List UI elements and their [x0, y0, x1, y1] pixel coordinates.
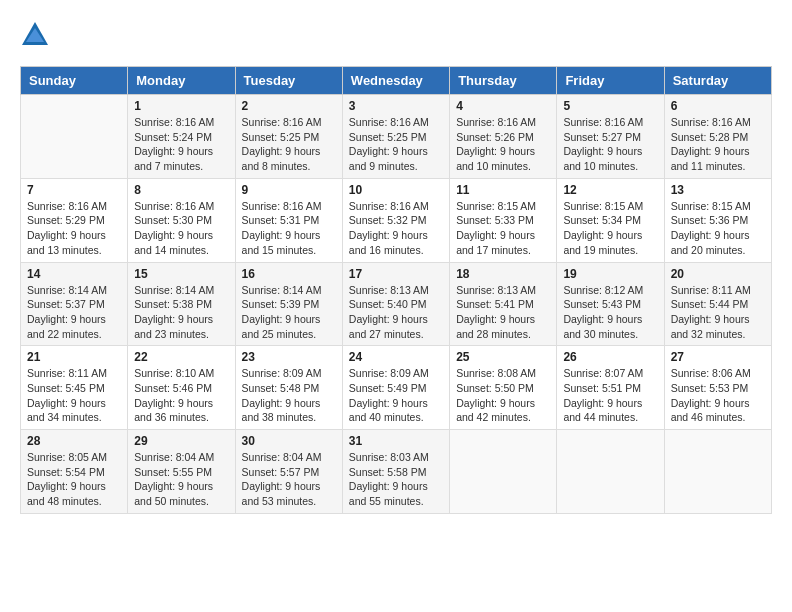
calendar-cell: 10Sunrise: 8:16 AMSunset: 5:32 PMDayligh…	[342, 178, 449, 262]
day-info: Sunrise: 8:11 AMSunset: 5:44 PMDaylight:…	[671, 283, 765, 342]
calendar-cell: 27Sunrise: 8:06 AMSunset: 5:53 PMDayligh…	[664, 346, 771, 430]
day-number: 6	[671, 99, 765, 113]
calendar-cell: 26Sunrise: 8:07 AMSunset: 5:51 PMDayligh…	[557, 346, 664, 430]
day-info: Sunrise: 8:08 AMSunset: 5:50 PMDaylight:…	[456, 366, 550, 425]
calendar-cell: 2Sunrise: 8:16 AMSunset: 5:25 PMDaylight…	[235, 95, 342, 179]
day-number: 27	[671, 350, 765, 364]
day-info: Sunrise: 8:16 AMSunset: 5:28 PMDaylight:…	[671, 115, 765, 174]
calendar-table: SundayMondayTuesdayWednesdayThursdayFrid…	[20, 66, 772, 514]
day-number: 4	[456, 99, 550, 113]
day-header-wednesday: Wednesday	[342, 67, 449, 95]
day-info: Sunrise: 8:14 AMSunset: 5:37 PMDaylight:…	[27, 283, 121, 342]
day-header-friday: Friday	[557, 67, 664, 95]
day-header-tuesday: Tuesday	[235, 67, 342, 95]
calendar-cell: 20Sunrise: 8:11 AMSunset: 5:44 PMDayligh…	[664, 262, 771, 346]
calendar-cell: 29Sunrise: 8:04 AMSunset: 5:55 PMDayligh…	[128, 430, 235, 514]
day-number: 7	[27, 183, 121, 197]
day-info: Sunrise: 8:06 AMSunset: 5:53 PMDaylight:…	[671, 366, 765, 425]
calendar-week-row: 21Sunrise: 8:11 AMSunset: 5:45 PMDayligh…	[21, 346, 772, 430]
day-info: Sunrise: 8:13 AMSunset: 5:40 PMDaylight:…	[349, 283, 443, 342]
day-number: 5	[563, 99, 657, 113]
calendar-cell	[21, 95, 128, 179]
day-info: Sunrise: 8:09 AMSunset: 5:48 PMDaylight:…	[242, 366, 336, 425]
calendar-cell: 11Sunrise: 8:15 AMSunset: 5:33 PMDayligh…	[450, 178, 557, 262]
calendar-cell: 1Sunrise: 8:16 AMSunset: 5:24 PMDaylight…	[128, 95, 235, 179]
day-info: Sunrise: 8:16 AMSunset: 5:30 PMDaylight:…	[134, 199, 228, 258]
calendar-cell: 12Sunrise: 8:15 AMSunset: 5:34 PMDayligh…	[557, 178, 664, 262]
day-info: Sunrise: 8:16 AMSunset: 5:31 PMDaylight:…	[242, 199, 336, 258]
calendar-cell: 14Sunrise: 8:14 AMSunset: 5:37 PMDayligh…	[21, 262, 128, 346]
calendar-header-row: SundayMondayTuesdayWednesdayThursdayFrid…	[21, 67, 772, 95]
calendar-cell: 15Sunrise: 8:14 AMSunset: 5:38 PMDayligh…	[128, 262, 235, 346]
day-info: Sunrise: 8:14 AMSunset: 5:38 PMDaylight:…	[134, 283, 228, 342]
calendar-week-row: 28Sunrise: 8:05 AMSunset: 5:54 PMDayligh…	[21, 430, 772, 514]
calendar-cell: 6Sunrise: 8:16 AMSunset: 5:28 PMDaylight…	[664, 95, 771, 179]
calendar-week-row: 1Sunrise: 8:16 AMSunset: 5:24 PMDaylight…	[21, 95, 772, 179]
day-number: 29	[134, 434, 228, 448]
day-number: 13	[671, 183, 765, 197]
day-number: 10	[349, 183, 443, 197]
logo	[20, 20, 54, 50]
day-info: Sunrise: 8:11 AMSunset: 5:45 PMDaylight:…	[27, 366, 121, 425]
day-number: 23	[242, 350, 336, 364]
day-info: Sunrise: 8:16 AMSunset: 5:27 PMDaylight:…	[563, 115, 657, 174]
page-header	[20, 20, 772, 50]
calendar-cell: 5Sunrise: 8:16 AMSunset: 5:27 PMDaylight…	[557, 95, 664, 179]
day-number: 18	[456, 267, 550, 281]
day-number: 11	[456, 183, 550, 197]
day-header-saturday: Saturday	[664, 67, 771, 95]
day-info: Sunrise: 8:12 AMSunset: 5:43 PMDaylight:…	[563, 283, 657, 342]
calendar-cell: 28Sunrise: 8:05 AMSunset: 5:54 PMDayligh…	[21, 430, 128, 514]
calendar-week-row: 14Sunrise: 8:14 AMSunset: 5:37 PMDayligh…	[21, 262, 772, 346]
calendar-cell: 22Sunrise: 8:10 AMSunset: 5:46 PMDayligh…	[128, 346, 235, 430]
day-header-thursday: Thursday	[450, 67, 557, 95]
day-info: Sunrise: 8:15 AMSunset: 5:33 PMDaylight:…	[456, 199, 550, 258]
calendar-cell: 16Sunrise: 8:14 AMSunset: 5:39 PMDayligh…	[235, 262, 342, 346]
calendar-cell: 4Sunrise: 8:16 AMSunset: 5:26 PMDaylight…	[450, 95, 557, 179]
day-info: Sunrise: 8:09 AMSunset: 5:49 PMDaylight:…	[349, 366, 443, 425]
day-number: 8	[134, 183, 228, 197]
calendar-week-row: 7Sunrise: 8:16 AMSunset: 5:29 PMDaylight…	[21, 178, 772, 262]
calendar-cell	[450, 430, 557, 514]
day-number: 9	[242, 183, 336, 197]
day-info: Sunrise: 8:04 AMSunset: 5:57 PMDaylight:…	[242, 450, 336, 509]
day-info: Sunrise: 8:16 AMSunset: 5:29 PMDaylight:…	[27, 199, 121, 258]
logo-icon	[20, 20, 50, 50]
day-info: Sunrise: 8:16 AMSunset: 5:26 PMDaylight:…	[456, 115, 550, 174]
calendar-cell: 23Sunrise: 8:09 AMSunset: 5:48 PMDayligh…	[235, 346, 342, 430]
day-number: 12	[563, 183, 657, 197]
day-number: 28	[27, 434, 121, 448]
day-number: 19	[563, 267, 657, 281]
calendar-cell: 31Sunrise: 8:03 AMSunset: 5:58 PMDayligh…	[342, 430, 449, 514]
calendar-cell: 3Sunrise: 8:16 AMSunset: 5:25 PMDaylight…	[342, 95, 449, 179]
day-info: Sunrise: 8:14 AMSunset: 5:39 PMDaylight:…	[242, 283, 336, 342]
day-number: 25	[456, 350, 550, 364]
calendar-cell: 17Sunrise: 8:13 AMSunset: 5:40 PMDayligh…	[342, 262, 449, 346]
day-number: 20	[671, 267, 765, 281]
day-info: Sunrise: 8:15 AMSunset: 5:34 PMDaylight:…	[563, 199, 657, 258]
day-number: 17	[349, 267, 443, 281]
calendar-cell: 19Sunrise: 8:12 AMSunset: 5:43 PMDayligh…	[557, 262, 664, 346]
day-number: 22	[134, 350, 228, 364]
day-info: Sunrise: 8:16 AMSunset: 5:25 PMDaylight:…	[349, 115, 443, 174]
day-info: Sunrise: 8:13 AMSunset: 5:41 PMDaylight:…	[456, 283, 550, 342]
day-info: Sunrise: 8:03 AMSunset: 5:58 PMDaylight:…	[349, 450, 443, 509]
day-info: Sunrise: 8:15 AMSunset: 5:36 PMDaylight:…	[671, 199, 765, 258]
day-number: 31	[349, 434, 443, 448]
day-info: Sunrise: 8:05 AMSunset: 5:54 PMDaylight:…	[27, 450, 121, 509]
day-number: 3	[349, 99, 443, 113]
calendar-cell: 24Sunrise: 8:09 AMSunset: 5:49 PMDayligh…	[342, 346, 449, 430]
day-info: Sunrise: 8:16 AMSunset: 5:32 PMDaylight:…	[349, 199, 443, 258]
day-info: Sunrise: 8:07 AMSunset: 5:51 PMDaylight:…	[563, 366, 657, 425]
calendar-cell: 7Sunrise: 8:16 AMSunset: 5:29 PMDaylight…	[21, 178, 128, 262]
day-number: 2	[242, 99, 336, 113]
day-number: 26	[563, 350, 657, 364]
calendar-cell: 25Sunrise: 8:08 AMSunset: 5:50 PMDayligh…	[450, 346, 557, 430]
day-header-sunday: Sunday	[21, 67, 128, 95]
day-info: Sunrise: 8:16 AMSunset: 5:25 PMDaylight:…	[242, 115, 336, 174]
calendar-cell: 30Sunrise: 8:04 AMSunset: 5:57 PMDayligh…	[235, 430, 342, 514]
day-number: 16	[242, 267, 336, 281]
day-number: 21	[27, 350, 121, 364]
day-number: 1	[134, 99, 228, 113]
day-number: 15	[134, 267, 228, 281]
